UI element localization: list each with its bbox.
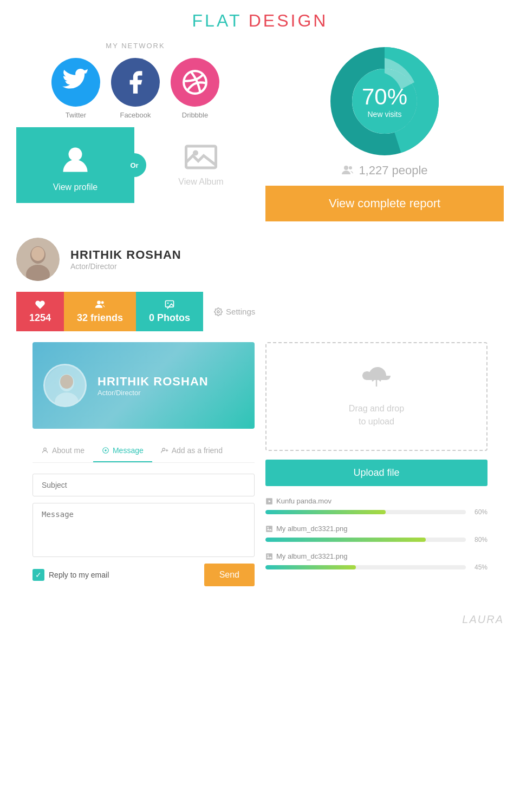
profile-info: HRITHIK ROSHAN Actor/Director [70, 248, 181, 271]
dribbble-item[interactable]: Dribbble [171, 58, 219, 119]
svg-point-3 [193, 150, 198, 156]
upload-button[interactable]: Upload file [265, 460, 487, 486]
svg-point-25 [162, 448, 165, 451]
facebook-item[interactable]: Facebook [111, 58, 160, 119]
svg-point-12 [31, 247, 44, 261]
right-column: 70% New visits 1,227 people View complet… [265, 42, 504, 221]
lower-section: HRITHIK ROSHAN Actor/Director About me [16, 342, 504, 597]
page-title: FLAT DESIGN [0, 11, 520, 31]
form-footer: ✓ Reply to my email Send [32, 564, 255, 586]
or-divider: Or [122, 153, 146, 177]
lower-left: HRITHIK ROSHAN Actor/Director About me [32, 342, 255, 586]
message-input[interactable] [32, 503, 255, 557]
svg-point-13 [97, 301, 101, 305]
svg-point-1 [69, 148, 82, 161]
avatar-svg [16, 238, 60, 281]
svg-point-14 [101, 301, 103, 304]
cover-name: HRITHIK ROSHAN [98, 375, 209, 389]
user-icon-profile [59, 143, 92, 176]
reply-checkbox-row[interactable]: ✓ Reply to my email [32, 569, 109, 581]
image-file-icon-2 [265, 525, 273, 533]
people-count: 1,227 people [341, 163, 427, 178]
gear-icon [214, 307, 223, 316]
top-section: MY NETWORK Twitter Facebook [0, 36, 520, 227]
svg-rect-33 [266, 553, 272, 560]
progress-bg-2 [265, 538, 466, 542]
chart-label: New visits [362, 110, 407, 119]
app-header: FLAT DESIGN [0, 0, 520, 36]
cover-overlay: HRITHIK ROSHAN Actor/Director [32, 342, 255, 429]
file-name-2: My album_dc3321.png [265, 525, 487, 533]
facebook-label: Facebook [120, 111, 151, 119]
dribbble-label: Dribbble [182, 111, 208, 119]
progress-bar-3: 45% [265, 564, 487, 571]
twitter-circle[interactable] [51, 58, 100, 107]
progress-bg-3 [265, 565, 466, 569]
stat-photos[interactable]: 0 Photos [136, 292, 203, 331]
upload-cloud-icon [288, 365, 465, 398]
subject-input[interactable] [32, 474, 255, 496]
avatar [16, 238, 60, 281]
svg-point-32 [268, 527, 269, 528]
view-profile-box[interactable]: View profile Or [16, 127, 134, 203]
social-icons-group: Twitter Facebook Dribbb [16, 58, 255, 119]
cover-avatar [43, 364, 87, 407]
photos-count: 0 Photos [149, 312, 190, 324]
profile-role: Actor/Director [70, 262, 181, 271]
file-item-2: My album_dc3321.png 80% [265, 525, 487, 543]
progress-pct-3: 45% [470, 564, 487, 571]
reply-checkbox[interactable]: ✓ [32, 569, 44, 581]
twitter-item[interactable]: Twitter [51, 58, 100, 119]
cloud-upload-svg [360, 365, 393, 392]
svg-point-21 [60, 375, 73, 389]
svg-point-16 [167, 303, 169, 304]
svg-point-24 [105, 449, 107, 451]
svg-point-8 [349, 166, 352, 169]
upload-zone[interactable]: Drag and drop to upload [265, 342, 487, 451]
settings-button[interactable]: Settings [214, 307, 255, 316]
facebook-icon [122, 69, 149, 96]
tab-about[interactable]: About me [32, 440, 93, 462]
profile-section: HRITHIK ROSHAN Actor/Director 1254 32 fr… [0, 227, 520, 608]
cover-card: HRITHIK ROSHAN Actor/Director [32, 342, 255, 429]
view-album-box[interactable]: View Album [147, 127, 255, 203]
tab-add-friend[interactable]: Add as a friend [152, 440, 231, 462]
heart-icon [35, 299, 46, 310]
donut-chart: 70% New visits [330, 47, 439, 155]
watermark: LAURA [0, 608, 520, 637]
profile-album-row: View profile Or View Album [16, 127, 255, 203]
donut-center: 70% New visits [362, 84, 407, 119]
likes-count: 1254 [29, 312, 51, 324]
add-friend-tab-icon [161, 447, 168, 454]
stat-friends[interactable]: 32 friends [64, 292, 136, 331]
upload-text: Drag and drop to upload [288, 402, 465, 428]
dribbble-circle[interactable] [171, 58, 219, 107]
message-tab-icon [102, 447, 109, 454]
video-file-icon [265, 497, 273, 505]
image-file-icon-3 [265, 553, 273, 560]
progress-bg-1 [265, 510, 466, 514]
file-name-1: Kunfu panda.mov [265, 497, 487, 505]
friends-icon [95, 299, 106, 310]
album-icon [185, 143, 217, 171]
view-report-button[interactable]: View complete report [265, 186, 504, 221]
cover-info: HRITHIK ROSHAN Actor/Director [98, 375, 209, 397]
lower-right: Drag and drop to upload Upload file Kunf… [265, 342, 487, 586]
progress-bar-1: 60% [265, 508, 487, 516]
tab-message[interactable]: Message [93, 440, 152, 462]
dribbble-icon [181, 69, 209, 96]
tab-message-label: Message [113, 446, 144, 455]
progress-fill-3 [265, 565, 356, 569]
profile-header: HRITHIK ROSHAN Actor/Director [16, 238, 504, 281]
file-item-1: Kunfu panda.mov 60% [265, 497, 487, 516]
progress-fill-2 [265, 538, 426, 542]
stat-likes[interactable]: 1254 [16, 292, 64, 331]
send-button[interactable]: Send [204, 564, 255, 586]
profile-name: HRITHIK ROSHAN [70, 248, 181, 262]
progress-bar-2: 80% [265, 536, 487, 543]
friends-count: 32 friends [77, 312, 123, 324]
cover-role: Actor/Director [98, 389, 209, 397]
facebook-circle[interactable] [111, 58, 160, 107]
file-name-3: My album_dc3321.png [265, 552, 487, 560]
tab-add-friend-label: Add as a friend [172, 446, 223, 455]
